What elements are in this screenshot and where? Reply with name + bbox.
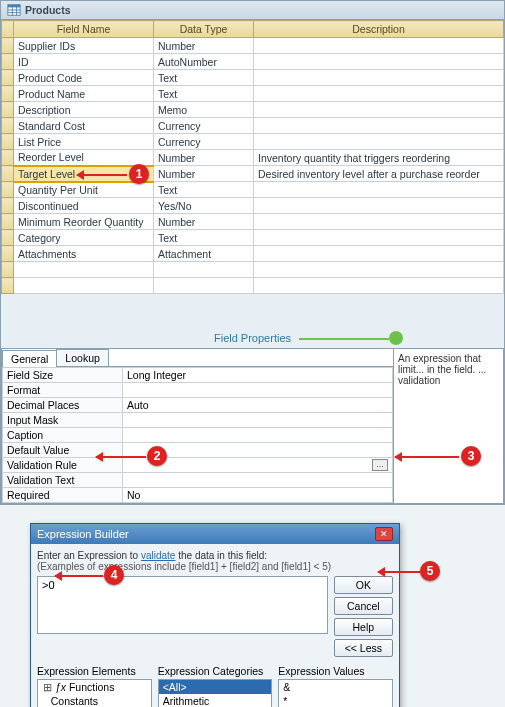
cell-data-type[interactable]: Text [154,230,254,246]
cell-description[interactable] [254,102,504,118]
property-row[interactable]: Default Value [3,443,393,458]
help-button[interactable]: Help [334,618,393,636]
ok-button[interactable]: OK [334,576,393,594]
property-row[interactable]: Validation Rule… [3,458,393,473]
row-selector[interactable] [2,86,14,102]
col-data-type[interactable]: Data Type [154,21,254,38]
row-selector[interactable] [2,118,14,134]
row-selector[interactable] [2,102,14,118]
col-field-name[interactable]: Field Name [14,21,154,38]
row-selector[interactable] [2,230,14,246]
row-selector[interactable] [2,150,14,166]
elements-list[interactable]: ⊞ ƒx Functions Constants Operators [37,679,152,707]
property-value[interactable]: No [123,488,393,503]
property-table[interactable]: Field SizeLong IntegerFormatDecimal Plac… [2,367,393,503]
table-row[interactable]: AttachmentsAttachment [2,246,504,262]
cell-data-type[interactable]: AutoNumber [154,54,254,70]
table-row[interactable]: DescriptionMemo [2,102,504,118]
cell-description[interactable] [254,70,504,86]
row-selector[interactable] [2,214,14,230]
field-grid[interactable]: Field Name Data Type Description Supplie… [1,20,504,294]
table-row[interactable]: Product NameText [2,86,504,102]
row-selector[interactable] [2,262,14,278]
expression-input[interactable]: >0 [37,576,328,634]
cell-field-name[interactable]: Minimum Reorder Quantity [14,214,154,230]
validate-link[interactable]: validate [141,550,175,561]
table-row[interactable]: List PriceCurrency [2,134,504,150]
cell-field-name[interactable]: Product Name [14,86,154,102]
cell-data-type[interactable]: Currency [154,118,254,134]
cell-data-type[interactable]: Number [154,38,254,54]
property-row[interactable]: Format [3,383,393,398]
cell-data-type[interactable]: Currency [154,134,254,150]
table-row[interactable]: Product CodeText [2,70,504,86]
table-row[interactable]: Minimum Reorder QuantityNumber [2,214,504,230]
property-value[interactable]: Long Integer [123,368,393,383]
cell-field-name[interactable]: Category [14,230,154,246]
property-row[interactable]: RequiredNo [3,488,393,503]
table-row[interactable] [2,278,504,294]
categories-list[interactable]: <All>ArithmeticComparisonLogicalString [158,679,273,707]
property-value[interactable] [123,473,393,488]
table-row[interactable]: Reorder LevelNumberInventory quantity th… [2,150,504,166]
cancel-button[interactable]: Cancel [334,597,393,615]
cell-data-type[interactable]: Memo [154,102,254,118]
less-button[interactable]: << Less [334,639,393,657]
cell-description[interactable] [254,86,504,102]
property-row[interactable]: Caption [3,428,393,443]
close-icon[interactable]: ✕ [375,527,393,541]
cell-data-type[interactable]: Yes/No [154,198,254,214]
table-row[interactable]: Supplier IDsNumber [2,38,504,54]
row-selector[interactable] [2,278,14,294]
property-row[interactable]: Field SizeLong Integer [3,368,393,383]
row-selector[interactable] [2,166,14,182]
tab-lookup[interactable]: Lookup [56,349,108,366]
table-row[interactable]: IDAutoNumber [2,54,504,70]
cell-description[interactable] [254,230,504,246]
cell-description[interactable] [254,198,504,214]
row-selector[interactable] [2,182,14,198]
list-item[interactable]: * [279,694,392,707]
values-list[interactable]: &*+-/\^<<=<>=>>= [278,679,393,707]
table-row[interactable]: Standard CostCurrency [2,118,504,134]
col-description[interactable]: Description [254,21,504,38]
list-item[interactable]: & [279,680,392,694]
cell-data-type[interactable]: Number [154,166,254,182]
cell-data-type[interactable]: Text [154,86,254,102]
row-selector[interactable] [2,134,14,150]
cell-data-type[interactable]: Text [154,182,254,198]
property-value[interactable] [123,428,393,443]
property-value[interactable]: Auto [123,398,393,413]
table-row[interactable]: Quantity Per UnitText [2,182,504,198]
property-row[interactable]: Decimal PlacesAuto [3,398,393,413]
row-selector[interactable] [2,54,14,70]
cell-field-name[interactable]: List Price [14,134,154,150]
cell-data-type[interactable]: Attachment [154,246,254,262]
cell-description[interactable] [254,182,504,198]
list-item[interactable]: Constants [38,694,151,707]
cell-description[interactable] [254,118,504,134]
cell-description[interactable] [254,134,504,150]
row-selector[interactable] [2,38,14,54]
property-value[interactable] [123,413,393,428]
property-row[interactable]: Validation Text [3,473,393,488]
table-row[interactable]: CategoryText [2,230,504,246]
cell-data-type[interactable]: Number [154,214,254,230]
cell-field-name[interactable]: ID [14,54,154,70]
property-row[interactable]: Input Mask [3,413,393,428]
cell-field-name[interactable]: Attachments [14,246,154,262]
table-row[interactable]: DiscontinuedYes/No [2,198,504,214]
list-item[interactable]: Arithmetic [159,694,272,707]
table-row[interactable] [2,262,504,278]
cell-field-name[interactable]: Supplier IDs [14,38,154,54]
cell-description[interactable] [254,54,504,70]
cell-field-name[interactable]: Quantity Per Unit [14,182,154,198]
tab-general[interactable]: General [2,350,57,367]
cell-field-name[interactable]: Description [14,102,154,118]
property-value[interactable] [123,383,393,398]
row-selector[interactable] [2,198,14,214]
cell-data-type[interactable]: Number [154,150,254,166]
cell-description[interactable]: Inventory quantity that triggers reorder… [254,150,504,166]
cell-field-name[interactable]: Discontinued [14,198,154,214]
cell-field-name[interactable]: Product Code [14,70,154,86]
